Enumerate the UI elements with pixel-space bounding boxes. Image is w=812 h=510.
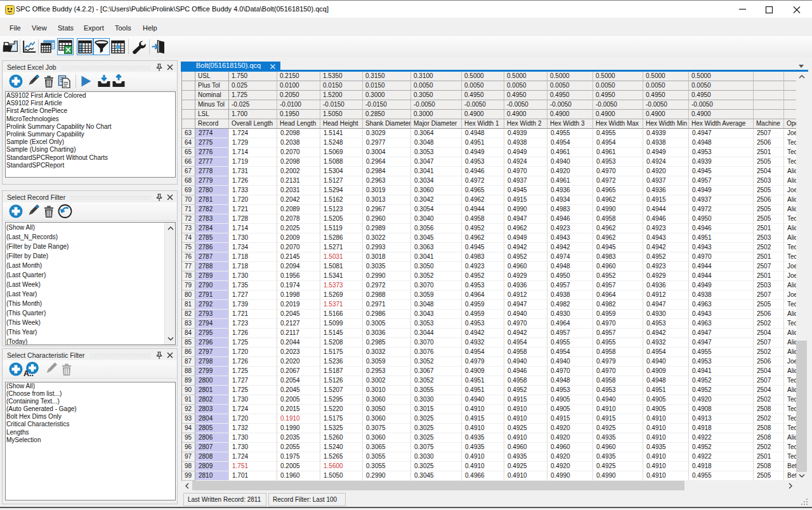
svg-text:A..: A.. bbox=[23, 369, 34, 377]
